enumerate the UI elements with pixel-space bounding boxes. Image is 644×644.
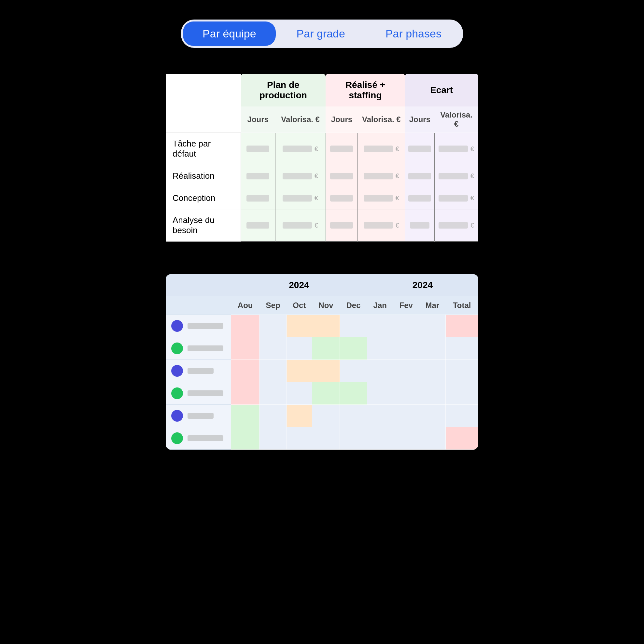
tab-switcher: Par équipe Par grade Par phases	[181, 20, 463, 48]
cal-name-bar	[188, 390, 223, 396]
table-row: Analyse du besoin € € €	[166, 209, 478, 242]
cal-year-1: 2024	[231, 274, 367, 296]
cal-cell-3-2	[287, 382, 312, 405]
cal-cell-2-0	[231, 360, 259, 382]
cal-dot-blue	[171, 320, 183, 332]
cal-dot-green	[171, 387, 183, 399]
cal-cell-0-3	[312, 315, 340, 337]
cal-cell-0-5	[367, 315, 393, 337]
cal-month-jan: Jan	[367, 296, 393, 315]
cell-realise-v-1: €	[358, 165, 405, 187]
cal-cell-0-7	[419, 315, 446, 337]
cal-cell-5-5	[367, 427, 393, 450]
cal-cell-1-0	[231, 337, 259, 360]
cell-pdp-j-0	[241, 133, 275, 165]
cal-dot-green	[171, 343, 183, 354]
cal-cell-0-1	[259, 315, 287, 337]
row-label-realisation: Réalisation	[166, 165, 241, 187]
cal-cell-1-3	[312, 337, 340, 360]
group-header-realise: Réalisé + staffing	[326, 74, 405, 106]
cal-year-2: 2024	[367, 274, 478, 296]
cal-cell-4-3	[312, 405, 340, 427]
cell-ecart-v-2: €	[435, 187, 478, 209]
cal-cell-2-1	[259, 360, 287, 382]
production-table: Plan de production Réalisé + staffing Ec…	[166, 74, 478, 242]
row-label-conception: Conception	[166, 187, 241, 209]
cal-dot-blue	[171, 410, 183, 422]
cal-cell-1-6	[393, 337, 419, 360]
tab-par-phases[interactable]: Par phases	[366, 21, 461, 46]
calendar-row	[166, 315, 478, 337]
cal-cell-3-3	[312, 382, 340, 405]
cal-month-oct: Oct	[287, 296, 312, 315]
subheader-pdp-jours: Jours	[241, 106, 275, 133]
cal-cell-3-8	[446, 382, 478, 405]
cal-name-bar	[188, 345, 223, 351]
cell-ecart-v-0: €	[435, 133, 478, 165]
cal-cell-4-5	[367, 405, 393, 427]
table-row: Réalisation € € €	[166, 165, 478, 187]
cal-name-cell	[166, 382, 231, 405]
tab-par-equipe[interactable]: Par équipe	[183, 21, 275, 46]
cell-pdp-j-2	[241, 187, 275, 209]
cal-cell-1-1	[259, 337, 287, 360]
cal-name-cell	[166, 315, 231, 337]
row-label-analyse: Analyse du besoin	[166, 209, 241, 242]
calendar-row	[166, 405, 478, 427]
cal-name-cell	[166, 360, 231, 382]
cell-ecart-v-3: €	[435, 209, 478, 242]
calendar-table: 2024 2024 Aou Sep Oct Nov Dec Jan Fev Ma…	[166, 274, 478, 450]
cal-empty-year	[166, 274, 231, 296]
cal-month-sep: Sep	[259, 296, 287, 315]
cal-month-nov: Nov	[312, 296, 340, 315]
cal-cell-2-2	[287, 360, 312, 382]
cal-cell-0-8	[446, 315, 478, 337]
cell-ecart-j-3	[405, 209, 435, 242]
cell-pdp-v-0: €	[275, 133, 326, 165]
cell-realise-v-2: €	[358, 187, 405, 209]
tab-par-grade[interactable]: Par grade	[277, 21, 365, 46]
cal-cell-3-6	[393, 382, 419, 405]
cal-month-mar: Mar	[419, 296, 446, 315]
cal-month-fev: Fev	[393, 296, 419, 315]
cal-cell-5-8	[446, 427, 478, 450]
subheader-realise-val: Valorisa. €	[358, 106, 405, 133]
cal-name-cell	[166, 405, 231, 427]
empty-subheader	[166, 106, 241, 133]
group-header-ecart: Ecart	[405, 74, 478, 106]
cal-cell-1-8	[446, 337, 478, 360]
cal-name-cell	[166, 337, 231, 360]
cal-cell-3-1	[259, 382, 287, 405]
subheader-ecart-val: Valorisa. €	[435, 106, 478, 133]
cal-cell-0-0	[231, 315, 259, 337]
subheader-pdp-val: Valorisa. €	[275, 106, 326, 133]
cal-cell-4-4	[340, 405, 367, 427]
cal-cell-2-4	[340, 360, 367, 382]
cell-pdp-j-3	[241, 209, 275, 242]
subheader-realise-jours: Jours	[326, 106, 358, 133]
top-table-wrapper: Plan de production Réalisé + staffing Ec…	[166, 74, 478, 242]
cal-cell-0-4	[340, 315, 367, 337]
cal-cell-1-4	[340, 337, 367, 360]
cal-cell-5-1	[259, 427, 287, 450]
calendar-row	[166, 360, 478, 382]
table-row: Tâche par défaut € € €	[166, 133, 478, 165]
cell-realise-j-1	[326, 165, 358, 187]
cal-cell-5-4	[340, 427, 367, 450]
cal-cell-1-7	[419, 337, 446, 360]
cal-name-bar	[188, 323, 223, 329]
cal-cell-5-6	[393, 427, 419, 450]
group-header-pdp: Plan de production	[241, 74, 326, 106]
cell-pdp-v-3: €	[275, 209, 326, 242]
cal-cell-4-7	[419, 405, 446, 427]
cell-ecart-j-1	[405, 165, 435, 187]
calendar-row	[166, 427, 478, 450]
cal-dot-blue	[171, 365, 183, 377]
cal-name-bar	[188, 435, 223, 441]
cell-realise-v-3: €	[358, 209, 405, 242]
table-row: Conception € € €	[166, 187, 478, 209]
cal-empty-month	[166, 296, 231, 315]
cal-cell-5-2	[287, 427, 312, 450]
empty-header	[166, 74, 241, 106]
cell-realise-j-3	[326, 209, 358, 242]
